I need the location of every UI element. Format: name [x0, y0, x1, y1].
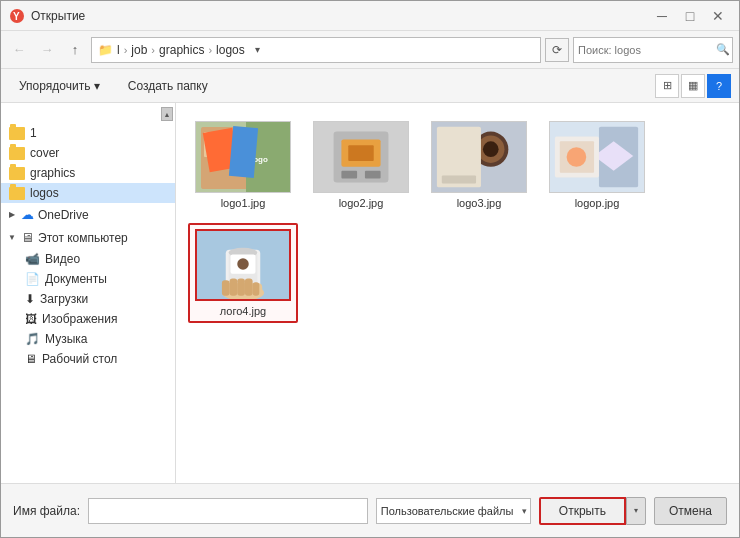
- folder-graphics-icon: [9, 167, 25, 180]
- svg-rect-35: [222, 280, 230, 295]
- open-dropdown-button[interactable]: ▾: [626, 497, 646, 525]
- file-item-logop[interactable]: logop.jpg: [542, 115, 652, 215]
- sidebar-item-this-computer[interactable]: ▼ 🖥 Этот компьютер: [1, 226, 175, 249]
- up-button[interactable]: ↑: [63, 38, 87, 62]
- close-button[interactable]: ✕: [705, 5, 731, 27]
- sidebar-item-docs[interactable]: 📄 Документы: [1, 269, 175, 289]
- onedrive-icon: ☁: [21, 207, 34, 222]
- svg-rect-4: [204, 132, 239, 157]
- maximize-button[interactable]: □: [677, 5, 703, 27]
- sidebar-item-logos[interactable]: logos: [1, 183, 175, 203]
- svg-text:logo: logo: [251, 155, 268, 164]
- file-grid: logo logo1.jpg: [184, 111, 731, 327]
- sidebar-item-label-video: Видео: [45, 252, 80, 266]
- sidebar-item-label-onedrive: OneDrive: [38, 208, 89, 222]
- sidebar: ▲ 1 cover graphics logos ▶ ☁ OneDriv: [1, 103, 176, 483]
- logop-thumbnail-art: [550, 122, 644, 192]
- path-sep-3: ›: [208, 44, 212, 56]
- folder-cover-icon: [9, 147, 25, 160]
- action-buttons: Открыть ▾: [539, 497, 646, 525]
- file-name-logo2: logo2.jpg: [339, 197, 384, 209]
- new-folder-button[interactable]: Создать папку: [118, 73, 218, 99]
- sidebar-item-cover[interactable]: cover: [1, 143, 175, 163]
- sidebar-item-label-music: Музыка: [45, 332, 87, 346]
- svg-rect-13: [341, 171, 357, 179]
- computer-expand-arrow: ▼: [7, 233, 17, 243]
- file-thumbnail-logo4: [195, 229, 291, 301]
- help-button[interactable]: ?: [707, 74, 731, 98]
- sidebar-item-label-graphics: graphics: [30, 166, 75, 180]
- svg-rect-14: [365, 171, 381, 179]
- music-icon: 🎵: [25, 332, 40, 346]
- file-item-logo1[interactable]: logo logo1.jpg: [188, 115, 298, 215]
- sidebar-item-label-images: Изображения: [42, 312, 117, 326]
- cancel-button[interactable]: Отмена: [654, 497, 727, 525]
- svg-text:Y: Y: [13, 11, 20, 22]
- desktop-icon: 🖥: [25, 352, 37, 366]
- filename-label: Имя файла:: [13, 504, 80, 518]
- file-thumbnail-logop: [549, 121, 645, 193]
- sidebar-item-label-downloads: Загрузки: [40, 292, 88, 306]
- path-part-graphics: graphics: [159, 43, 204, 57]
- svg-point-32: [237, 258, 249, 270]
- sidebar-item-desktop[interactable]: 🖥 Рабочий стол: [1, 349, 175, 369]
- svg-rect-7: [246, 122, 290, 192]
- path-dropdown-arrow[interactable]: ▾: [255, 44, 260, 55]
- address-bar: ← → ↑ 📁 l › job › graphics › logos ▾ ⟳ 🔍: [1, 31, 739, 69]
- onedrive-expand-arrow: ▶: [7, 210, 17, 220]
- search-input[interactable]: [578, 44, 716, 56]
- refresh-button[interactable]: ⟳: [545, 38, 569, 62]
- sidebar-item-label-desktop: Рабочий стол: [42, 352, 117, 366]
- path-part-job: job: [131, 43, 147, 57]
- sidebar-item-label-logos: logos: [30, 186, 59, 200]
- back-button[interactable]: ←: [7, 38, 31, 62]
- address-path[interactable]: 📁 l › job › graphics › logos ▾: [91, 37, 541, 63]
- filetype-select-wrapper: Пользовательские файлы Все файлы Изображ…: [376, 498, 531, 524]
- svg-rect-39: [253, 282, 260, 295]
- sidebar-item-graphics[interactable]: graphics: [1, 163, 175, 183]
- svg-rect-36: [230, 278, 238, 295]
- title-bar: Y Открытие ─ □ ✕: [1, 1, 739, 31]
- logo4-thumbnail-art: [197, 231, 289, 299]
- sidebar-item-images[interactable]: 🖼 Изображения: [1, 309, 175, 329]
- logo3-thumbnail-art: [432, 122, 526, 192]
- file-item-logo3[interactable]: logo3.jpg: [424, 115, 534, 215]
- open-button[interactable]: Открыть: [539, 497, 626, 525]
- file-open-dialog: Y Открытие ─ □ ✕ ← → ↑ 📁 l › job › graph…: [0, 0, 740, 538]
- svg-rect-20: [442, 176, 476, 184]
- layout-button[interactable]: ▦: [681, 74, 705, 98]
- sidebar-scroll-up[interactable]: ▲: [161, 107, 173, 121]
- file-thumbnail-logo3: [431, 121, 527, 193]
- main-content: ▲ 1 cover graphics logos ▶ ☁ OneDriv: [1, 103, 739, 483]
- filename-input[interactable]: [88, 498, 368, 524]
- sidebar-item-folder-1[interactable]: 1: [1, 123, 175, 143]
- svg-rect-3: [201, 127, 251, 189]
- bottom-bar: Имя файла: Пользовательские файлы Все фа…: [1, 483, 739, 537]
- sidebar-item-label-computer: Этот компьютер: [38, 231, 128, 245]
- svg-point-26: [567, 147, 587, 167]
- sidebar-item-music[interactable]: 🎵 Музыка: [1, 329, 175, 349]
- sidebar-item-downloads[interactable]: ⬇ Загрузки: [1, 289, 175, 309]
- file-item-logo4[interactable]: лого4.jpg: [188, 223, 298, 323]
- sidebar-item-video[interactable]: 📹 Видео: [1, 249, 175, 269]
- path-sep-2: ›: [151, 44, 155, 56]
- search-box: 🔍: [573, 37, 733, 63]
- toolbar: Упорядочить ▾ Создать папку ⊞ ▦ ?: [1, 69, 739, 103]
- path-part-l: l: [117, 43, 120, 57]
- svg-rect-12: [348, 145, 373, 161]
- organize-button[interactable]: Упорядочить ▾: [9, 73, 110, 99]
- folder-1-icon: [9, 127, 25, 140]
- sidebar-item-label-cover: cover: [30, 146, 59, 160]
- minimize-button[interactable]: ─: [649, 5, 675, 27]
- sidebar-item-onedrive[interactable]: ▶ ☁ OneDrive: [1, 203, 175, 226]
- svg-rect-38: [245, 278, 253, 295]
- filetype-select[interactable]: Пользовательские файлы Все файлы Изображ…: [376, 498, 531, 524]
- downloads-icon: ⬇: [25, 292, 35, 306]
- file-name-logo1: logo1.jpg: [221, 197, 266, 209]
- view-icon-button[interactable]: ⊞: [655, 74, 679, 98]
- file-name-logo4: лого4.jpg: [220, 305, 266, 317]
- file-area[interactable]: logo logo1.jpg: [176, 103, 739, 483]
- file-item-logo2[interactable]: logo2.jpg: [306, 115, 416, 215]
- file-name-logop: logop.jpg: [575, 197, 620, 209]
- forward-button[interactable]: →: [35, 38, 59, 62]
